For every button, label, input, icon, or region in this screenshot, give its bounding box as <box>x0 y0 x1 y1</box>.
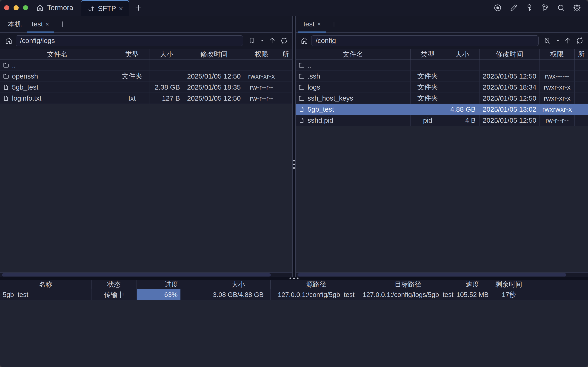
pane-tab-label: test <box>303 20 315 28</box>
file-name-cell: .ssh <box>296 71 410 82</box>
file-row[interactable]: sshd.pidpid4 B2025/01/05 12:50rw-r--r-- <box>296 115 588 126</box>
home-icon[interactable] <box>299 36 309 46</box>
transfer-name-cell: 5gb_test <box>0 289 92 300</box>
bookmark-icon[interactable] <box>247 36 257 46</box>
file-owner-cell <box>575 104 588 115</box>
transfer-column-header-5[interactable]: 源路径 <box>271 280 362 289</box>
record-icon[interactable] <box>492 2 504 14</box>
file-type-cell <box>410 60 445 70</box>
transfer-column-header-1[interactable]: 名称 <box>0 280 92 289</box>
arrow-up-icon[interactable] <box>563 36 573 46</box>
close-window-button[interactable] <box>4 5 9 10</box>
pane-splitter[interactable] <box>292 16 296 277</box>
file-table-header: 文件名类型大小修改时间权限所 <box>0 49 292 60</box>
transfer-column-header-7[interactable]: 速度 <box>454 280 491 289</box>
file-row[interactable]: 5gb_test2.38 GB2025/01/05 18:35rw-r--r-- <box>0 82 292 93</box>
file-size-cell <box>445 60 479 70</box>
scrollbar-thumb[interactable] <box>2 273 271 276</box>
column-header-3[interactable]: 大小 <box>149 49 184 59</box>
titlebar-actions <box>492 0 588 16</box>
file-table: 文件名类型大小修改时间权限所...ssh文件夹2025/01/05 12:50r… <box>296 49 588 126</box>
home-icon[interactable] <box>4 36 14 46</box>
file-name-cell: .. <box>296 60 410 70</box>
caret-down-icon[interactable] <box>259 36 265 46</box>
search-icon[interactable] <box>555 2 567 14</box>
pane-tab-test[interactable]: test× <box>27 16 54 32</box>
transfer-table-body: 5gb_test传输中63%3.08 GB/4.88 GB127.0.0.1:/… <box>0 289 588 300</box>
transfer-column-header-4[interactable]: 大小 <box>206 280 271 289</box>
maximize-window-button[interactable] <box>23 5 28 10</box>
new-pane-tab-button[interactable] <box>54 16 70 32</box>
bookmark-split-button <box>542 36 561 46</box>
settings-icon[interactable] <box>571 2 583 14</box>
folder-icon <box>298 95 305 101</box>
column-header-5[interactable]: 权限 <box>244 49 279 59</box>
column-header-1[interactable]: 文件名 <box>0 49 115 59</box>
file-size-cell <box>445 82 479 92</box>
caret-down-icon[interactable] <box>555 36 561 46</box>
transfer-progress-cell: 63% <box>137 289 206 300</box>
column-header-4[interactable]: 修改时间 <box>184 49 244 59</box>
column-header-5[interactable]: 权限 <box>540 49 575 59</box>
scrollbar-thumb[interactable] <box>298 273 566 276</box>
file-row[interactable]: .. <box>0 60 292 71</box>
file-perm-cell: rwxr-xr-x <box>540 82 575 92</box>
transfer-column-header-2[interactable]: 状态 <box>92 280 137 289</box>
transfer-panel-splitter[interactable] <box>0 277 588 280</box>
pane-tab-test[interactable]: test× <box>298 16 326 32</box>
file-mtime-cell: 2025/01/05 12:50 <box>184 71 244 82</box>
transfer-extra-cell <box>527 289 588 300</box>
file-perm-cell: rwxrwxr-x <box>540 104 575 115</box>
path-input[interactable] <box>311 35 539 46</box>
column-header-2[interactable]: 类型 <box>115 49 149 59</box>
new-window-tab-button[interactable] <box>129 0 148 16</box>
refresh-icon[interactable] <box>575 36 585 46</box>
sftp-tab[interactable]: SFTP × <box>81 0 129 16</box>
close-tab-icon[interactable]: × <box>45 21 49 28</box>
column-header-2[interactable]: 类型 <box>410 49 445 59</box>
transfer-column-header-3[interactable]: 进度 <box>137 280 206 289</box>
file-row[interactable]: .ssh文件夹2025/01/05 12:50rwx------ <box>296 71 588 82</box>
file-name-cell: openssh <box>0 71 115 82</box>
file-owner-cell <box>575 82 588 92</box>
pane-tab-label: test <box>32 20 43 28</box>
file-icon <box>3 84 9 91</box>
traffic-lights <box>0 0 34 16</box>
keychain-icon[interactable] <box>539 2 551 14</box>
close-sftp-tab-icon[interactable]: × <box>119 5 123 13</box>
edit-icon[interactable] <box>508 2 520 14</box>
file-row[interactable]: .. <box>296 60 588 71</box>
transfer-table-header: 名称状态进度大小源路径目标路径速度剩余时间 <box>0 280 588 289</box>
file-type-cell: txt <box>115 93 149 104</box>
column-header-6[interactable]: 所 <box>575 49 588 59</box>
path-input[interactable] <box>16 35 243 46</box>
refresh-icon[interactable] <box>279 36 289 46</box>
horizontal-scrollbar <box>0 272 292 277</box>
column-header-3[interactable]: 大小 <box>445 49 479 59</box>
transfer-column-header-6[interactable]: 目标路径 <box>362 280 454 289</box>
termora-home-tab[interactable]: Termora <box>34 0 81 16</box>
pane-tab-本机[interactable]: 本机 <box>3 16 27 32</box>
file-row[interactable]: openssh文件夹2025/01/05 12:50rwxr-xr-x <box>0 71 292 82</box>
column-header-6[interactable]: 所 <box>279 49 292 59</box>
file-name-cell: logs <box>296 82 410 92</box>
file-row[interactable]: 5gb_test4.88 GB2025/01/05 13:02rwxrwxr-x <box>296 104 588 115</box>
transfer-row[interactable]: 5gb_test传输中63%3.08 GB/4.88 GB127.0.0.1:/… <box>0 289 588 300</box>
transfer-column-header-8[interactable]: 剩余时间 <box>491 280 527 289</box>
close-tab-icon[interactable]: × <box>317 21 321 28</box>
file-row[interactable]: logs文件夹2025/01/05 18:34rwxr-xr-x <box>296 82 588 93</box>
file-row[interactable]: ssh_host_keys文件夹2025/01/05 12:50rwxr-xr-… <box>296 93 588 104</box>
column-header-4[interactable]: 修改时间 <box>479 49 540 59</box>
new-pane-tab-button[interactable] <box>326 16 342 32</box>
column-header-1[interactable]: 文件名 <box>296 49 410 59</box>
file-name: 5gb_test <box>12 83 38 91</box>
bookmark-slash-icon[interactable] <box>542 36 552 46</box>
key-icon[interactable] <box>523 2 535 14</box>
minimize-window-button[interactable] <box>14 5 19 10</box>
file-row[interactable]: loginfo.txttxt127 B2025/01/05 12:50rw-r-… <box>0 93 292 104</box>
arrow-up-icon[interactable] <box>267 36 277 46</box>
file-table: 文件名类型大小修改时间权限所..openssh文件夹2025/01/05 12:… <box>0 49 292 104</box>
file-perm-cell: rwx------ <box>540 71 575 82</box>
file-type-cell: 文件夹 <box>410 82 445 92</box>
file-name: loginfo.txt <box>12 94 41 102</box>
